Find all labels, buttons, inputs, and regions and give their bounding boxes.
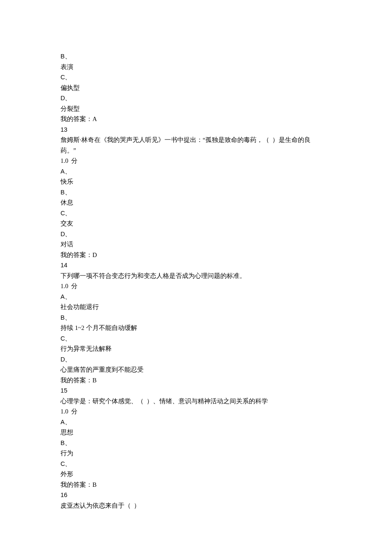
q13-a-label: A、 (61, 166, 331, 177)
q16-number: 16 (61, 490, 331, 500)
q13-score: 1.0 分 (61, 156, 331, 166)
q14-d-text: 心里痛苦的严重度到不能忍受 (61, 364, 331, 375)
q13-b-text: 休息 (61, 197, 331, 208)
q15-b-label: B、 (61, 438, 331, 448)
q13-c-label: C、 (61, 208, 331, 219)
opt-c-label: C、 (61, 72, 331, 83)
my-answer-12: 我的答案：A (61, 114, 331, 124)
q13-stem-1: 詹姆斯·林奇在《我的哭声无人听见》一书中提出：“孤独是致命的毒药，（ ）是生命的… (61, 135, 331, 145)
q15-b-text: 行为 (61, 448, 331, 459)
q13-a-text: 快乐 (61, 176, 331, 187)
q14-a-text: 社会功能退行 (61, 302, 331, 312)
q14-d-label: D、 (61, 354, 331, 365)
q14-c-text: 行为异常无法解释 (61, 344, 331, 354)
opt-d-text: 分裂型 (61, 104, 331, 114)
opt-c-text: 偏执型 (61, 83, 331, 93)
q15-a-label: A、 (61, 417, 331, 428)
q14-a-label: A、 (61, 292, 331, 302)
q14-c-label: C、 (61, 333, 331, 344)
q15-c-text: 外形 (61, 469, 331, 480)
q16-stem: 皮亚杰认为依恋来自于（ ） (61, 500, 331, 511)
q13-number: 13 (61, 124, 331, 135)
q13-d-label: D、 (61, 229, 331, 240)
opt-d-label: D、 (61, 93, 331, 104)
q14-b-label: B、 (61, 312, 331, 323)
q14-number: 14 (61, 260, 331, 271)
q13-b-label: B、 (61, 187, 331, 198)
opt-b-text: 表演 (61, 62, 331, 72)
q13-stem-2: 药。” (61, 145, 331, 156)
opt-b-label: B、 (61, 51, 331, 62)
my-answer-13: 我的答案：D (61, 250, 331, 260)
q15-c-label: C、 (61, 459, 331, 469)
q15-number: 15 (61, 385, 331, 396)
q15-a-text: 思想 (61, 427, 331, 438)
q14-score: 1.0 分 (61, 281, 331, 292)
q14-stem: 下列哪一项不符合变态行为和变态人格是否成为心理问题的标准。 (61, 271, 331, 281)
q13-d-text: 对话 (61, 239, 331, 250)
my-answer-15: 我的答案：B (61, 480, 331, 490)
document-page: B、 表演 C、 偏执型 D、 分裂型 我的答案：A 13 詹姆斯·林奇在《我的… (0, 0, 392, 536)
q15-stem: 心理学是：研究个体感觉、（ ）、情绪、意识与精神活动之间关系的科学 (61, 396, 331, 407)
q14-b-text: 持续 1~2 个月不能自动缓解 (61, 323, 331, 333)
q15-score: 1.0 分 (61, 406, 331, 417)
my-answer-14: 我的答案：B (61, 375, 331, 386)
q13-c-text: 交友 (61, 218, 331, 229)
